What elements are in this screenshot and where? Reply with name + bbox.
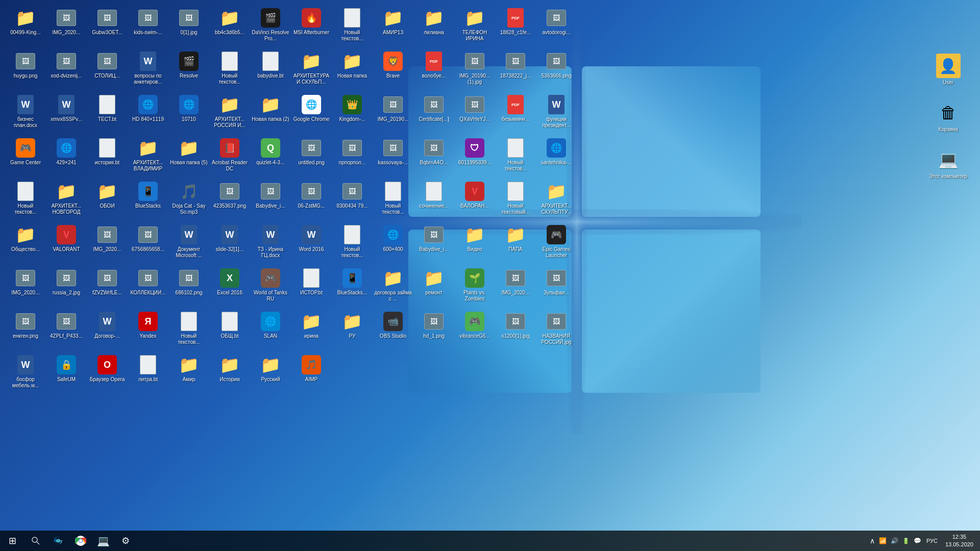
desktop-icon[interactable]: 🖼 5363666.png <box>536 48 577 92</box>
desktop-icon[interactable]: W Документ Microsoft ... <box>168 222 209 265</box>
desktop-icon[interactable]: 🎬 Resolve <box>168 48 209 92</box>
search-button[interactable] <box>24 531 47 551</box>
desktop-icon[interactable]: 📁 ирина <box>291 309 332 352</box>
desktop-icon[interactable]: 🖼 BqbrnA4O... <box>413 135 454 179</box>
desktop-icon[interactable]: W slide-32[1]... <box>209 222 250 265</box>
desktop-icon[interactable]: Новый текстов... <box>495 135 536 179</box>
desktop-icon[interactable]: Я Yandex <box>128 309 168 352</box>
desktop-icon[interactable]: 📁 лилиана <box>413 5 454 48</box>
desktop-icon[interactable]: 📁 АРХИТЕКТ... РОССИЯ И... <box>209 92 250 135</box>
desktop-icon[interactable]: 🌐 HD 840×1119 <box>128 92 168 135</box>
desktop-icon[interactable]: 🖼 IMG_20190...(1).jpg <box>454 48 495 92</box>
desktop-icon[interactable]: 🎵 AIMP <box>291 352 332 395</box>
taskbar-clock[interactable]: 12:35 13.05.2020 <box>941 533 977 549</box>
desktop-icon[interactable]: 🌐 600×400 <box>373 222 413 265</box>
right-icon-computer[interactable]: 💻 Этот компьютер <box>926 145 970 182</box>
desktop-icon[interactable]: 🌐 santehnika-... <box>536 135 577 179</box>
desktop-icon[interactable]: Q quizlet-4-3... <box>250 135 291 179</box>
desktop-icon[interactable]: 🌐 10710 <box>168 92 209 135</box>
desktop-icon[interactable]: 📁 АМИР13 <box>373 5 413 48</box>
desktop-icon[interactable]: W Договор-... <box>87 309 128 352</box>
desktop-icon[interactable]: X Excel 2016 <box>209 265 250 309</box>
desktop-icon[interactable]: 👑 Kingdom-... <box>332 92 373 135</box>
desktop-icon[interactable]: 🖼 СТОЛИЦ... <box>87 48 128 92</box>
desktop-icon[interactable]: 📁 АРХИТЕКТ... НОВГОРОД <box>46 179 87 222</box>
keyboard-language[interactable]: РУС <box>924 538 940 544</box>
desktop-icon[interactable]: 🖼 НАЗВАНИЯ РОССИЙ.jpg <box>536 309 577 352</box>
desktop-icon[interactable]: Новый текстов... <box>332 5 373 48</box>
desktop-icon[interactable]: 🛡 6011995339... <box>454 135 495 179</box>
start-button[interactable]: ⊞ <box>0 531 24 551</box>
desktop-icon[interactable]: W функции президент... <box>536 92 577 135</box>
desktop-icon[interactable]: O Браузер Opera <box>87 352 128 395</box>
tray-wifi[interactable]: 📶 <box>877 537 888 544</box>
desktop-icon[interactable]: 🖼 прпорпол... <box>332 135 373 179</box>
desktop-icon[interactable]: PDF 18828_c1fe... <box>495 5 536 48</box>
desktop-icon[interactable]: 🌱 Plants vs. Zombies <box>454 265 495 309</box>
desktop-icon[interactable]: 📱 BlueStacks <box>128 179 168 222</box>
desktop-icon[interactable]: 📁 Амир <box>168 352 209 395</box>
desktop-icon[interactable]: 📁 договора займа с ... <box>373 265 413 309</box>
desktop-icon[interactable]: 🖼 s1200[1].jpg <box>495 309 536 352</box>
desktop-icon[interactable]: 🖼 Gubw3OET... <box>87 5 128 48</box>
desktop-icon[interactable]: W xmvx8SSPv... <box>46 92 87 135</box>
desktop-icon[interactable]: PDF безымянн... <box>495 92 536 135</box>
desktop-icon[interactable]: Новый текстов... <box>5 179 46 222</box>
desktop-icon[interactable]: 📁 АРХИТЕКТ... СКУЛЬПТУ... <box>536 179 577 222</box>
desktop-icon[interactable]: Новый текстовый... <box>495 179 536 222</box>
desktop-icon[interactable]: ТЕСТ.bt <box>87 92 128 135</box>
desktop-icon[interactable]: 🖼 russia_2.jpg <box>46 265 87 309</box>
desktop-icon[interactable]: Новый текстов... <box>373 179 413 222</box>
desktop-icon[interactable]: 🦁 Brave <box>373 48 413 92</box>
desktop-icon[interactable]: 🖼 IMG_2020... <box>46 5 87 48</box>
desktop-icon[interactable]: 📁 ПАПА <box>495 222 536 265</box>
desktop-icon[interactable]: сочинение... <box>413 179 454 222</box>
desktop-icon[interactable]: 🖼 xod-dvizenij... <box>46 48 87 92</box>
desktop-icon[interactable]: 🖼 avtodorogi... <box>536 5 577 48</box>
desktop-icon[interactable]: 🖼 18738222_j... <box>495 48 536 92</box>
taskbar-settings[interactable]: ⚙ <box>114 531 137 551</box>
desktop-icon[interactable]: 🎮 World of Tanks RU <box>250 265 291 309</box>
desktop-icon[interactable]: 📁 АРХИТЕКТУРА И СКУЛЬП... <box>291 48 332 92</box>
desktop-icon[interactable]: 🖼 huygu.png <box>5 48 46 92</box>
desktop-icon[interactable]: 📁 Новая папка <box>332 48 373 92</box>
tray-arrow[interactable]: ∧ <box>868 537 876 545</box>
taskbar-edge[interactable] <box>47 531 69 551</box>
desktop-icon[interactable]: Новый текстов... <box>168 309 209 352</box>
desktop-icon[interactable]: 🖼 42353637.png <box>209 179 250 222</box>
desktop-icon[interactable]: 📁 00499-King... <box>5 5 46 48</box>
desktop-icon[interactable]: ИСТОР.bt <box>291 265 332 309</box>
desktop-icon[interactable]: 🎮 Epic Games Launcher <box>536 222 577 265</box>
desktop-icon[interactable]: 📁 bb4c3d6b5... <box>209 5 250 48</box>
desktop-icon[interactable]: 🖼 fZVZWrfLE... <box>87 265 128 309</box>
desktop-icon[interactable]: 🎬 DaVinci Resolve Pro... <box>250 5 291 48</box>
desktop-icon[interactable]: 🎮 vibranceG6... <box>454 309 495 352</box>
desktop-icon[interactable]: 🖼 Babydive_i... <box>413 222 454 265</box>
desktop-icon[interactable]: 📁 ОБОИ <box>87 179 128 222</box>
desktop-icon[interactable]: 🖼 untitled.png <box>291 135 332 179</box>
desktop-icon[interactable]: 🖼 0[1].jpg <box>168 5 209 48</box>
desktop-icon[interactable]: 🖼 енкген.png <box>5 309 46 352</box>
tray-sound[interactable]: 🔊 <box>889 537 900 544</box>
desktop-icon[interactable]: 🖼 IMG_20190... <box>373 92 413 135</box>
desktop-icon[interactable]: babydive.bt <box>250 48 291 92</box>
desktop-icon[interactable]: 📁 ТЕЛЕФОН ИРИНА <box>454 5 495 48</box>
desktop-icon[interactable]: литра.bt <box>128 352 168 395</box>
desktop-icon[interactable]: 🖼 QXaVHeYJ... <box>454 92 495 135</box>
desktop-icon[interactable]: W бизнес план.docx <box>5 92 46 135</box>
desktop-icon[interactable]: 🖼 06-ZstMG... <box>291 179 332 222</box>
taskbar-chrome[interactable] <box>69 531 92 551</box>
desktop-icon[interactable]: история.bt <box>87 135 128 179</box>
desktop-icon[interactable]: 🖼 IMG_2020... <box>87 222 128 265</box>
desktop-icon[interactable]: 🖼 Certificate[...] <box>413 92 454 135</box>
desktop-icon[interactable]: 🌐 Google Chrome <box>291 92 332 135</box>
desktop-icon[interactable]: Новый текстов... <box>332 222 373 265</box>
desktop-icon[interactable]: ОБЩ.bt <box>209 309 250 352</box>
desktop-icon[interactable]: W ТЗ - Ирина ГЦ.docx <box>250 222 291 265</box>
desktop-icon[interactable]: 🖼 IMG_2020... <box>495 265 536 309</box>
desktop-icon[interactable]: 🖼 6756865658... <box>128 222 168 265</box>
desktop-icon[interactable]: 🖼 kassovaya-... <box>373 135 413 179</box>
desktop-icon[interactable]: W Word 2016 <box>291 222 332 265</box>
desktop-icon[interactable]: 📁 Видео <box>454 222 495 265</box>
taskbar-steam[interactable]: 💻 <box>92 531 114 551</box>
